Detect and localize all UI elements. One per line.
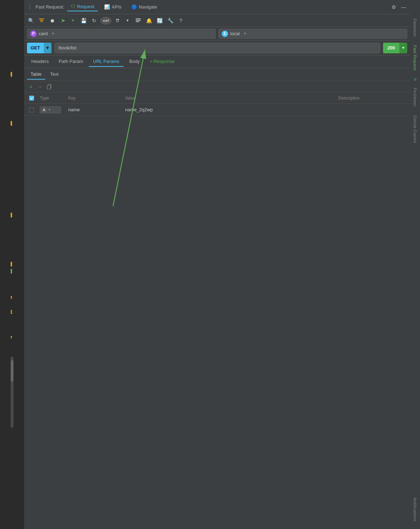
row-checkbox-cell[interactable] (27, 107, 38, 112)
row-value-cell[interactable]: name_2q2wp (123, 107, 336, 112)
gutter-mark (11, 213, 12, 218)
svg-rect-3 (41, 21, 43, 22)
status-dropdown-arrow[interactable]: ▼ (399, 43, 407, 53)
gutter-mark (11, 298, 12, 299)
type-letter: A (42, 107, 47, 112)
sidebar-item-database[interactable]: Database (411, 14, 419, 41)
select-all-checkbox[interactable] (29, 96, 34, 101)
header-check (27, 96, 38, 101)
send-button-group[interactable]: ➤ ▼ (58, 16, 77, 25)
header-key: Key (66, 96, 123, 101)
save-button[interactable]: 💾 (79, 16, 88, 25)
env-dropdown-arrow: ▼ (243, 32, 247, 36)
env-icon: E (222, 31, 228, 37)
sub-tab-table[interactable]: Table (27, 69, 45, 80)
row-type-cell[interactable]: A ▼ (38, 106, 66, 113)
copy-button[interactable] (45, 83, 53, 91)
sub-tab-text[interactable]: Text (47, 69, 62, 80)
svg-rect-1 (39, 18, 44, 19)
search-button[interactable]: 🔍 (26, 16, 36, 25)
project-icon: P (30, 31, 37, 37)
tab-apis[interactable]: 📊 APIs (101, 3, 125, 11)
gutter-mark (11, 121, 12, 126)
type-selector[interactable]: A ▼ (40, 106, 61, 113)
status-group: 200 ▼ (383, 43, 407, 53)
share-dropdown-arrow[interactable]: ▼ (123, 16, 132, 25)
format-button[interactable] (134, 16, 143, 25)
menu-dots[interactable]: ⋮ (27, 4, 33, 10)
env-name: local (230, 31, 240, 36)
refresh-button[interactable]: ↻ (90, 16, 99, 25)
header-type: Type (38, 96, 66, 101)
scrollbar-thumb[interactable] (11, 360, 14, 381)
request-icon: 🛡 (71, 4, 75, 9)
notification-button[interactable]: 🔔 (144, 16, 154, 25)
method-badge[interactable]: GET ▼ (27, 43, 52, 53)
share-button[interactable]: ⇈ (113, 16, 122, 25)
svg-rect-6 (136, 21, 139, 22)
table-header: Type Key Value Description (24, 92, 410, 104)
svg-rect-8 (47, 85, 50, 89)
toolbar: 🔍 ⏺ ➤ ▼ 💾 ↻ curl ⇈ ▼ (24, 14, 410, 27)
status-badge: 200 (383, 43, 399, 53)
method-text: GET (27, 45, 44, 50)
wrench-button[interactable]: 🔧 (166, 16, 175, 25)
remove-row-button[interactable]: − (36, 83, 44, 91)
project-selector[interactable]: P card ▼ (27, 29, 216, 39)
add-row-button[interactable]: + (27, 83, 35, 91)
sidebar-item-fast-request[interactable]: Fast Request (411, 41, 419, 75)
gutter-mark-grey (11, 337, 12, 338)
row-checkbox[interactable] (29, 107, 34, 112)
sub-tabs: Table Text (24, 68, 410, 81)
header-value: Value (123, 96, 336, 101)
gutter-mark (11, 72, 12, 77)
send-button[interactable]: ➤ (58, 16, 68, 25)
minimize-icon[interactable]: — (400, 4, 407, 11)
url-input[interactable] (54, 43, 381, 53)
tab-request[interactable]: 🛡 Request (67, 2, 98, 11)
sidebar-item-notifications[interactable]: Notifications (411, 493, 419, 525)
tab-headers[interactable]: Headers (27, 57, 53, 67)
project-name: card (39, 31, 48, 36)
content-area (24, 116, 410, 529)
sidebar-item-maven[interactable]: n (412, 75, 418, 84)
sidebar-item-psiviewer[interactable]: PsiViewer (411, 84, 419, 111)
curl-button[interactable]: curl (100, 17, 112, 25)
sync-button[interactable]: 🔄 (155, 16, 164, 25)
tab-body[interactable]: Body (125, 57, 144, 67)
help-button[interactable]: ? (176, 16, 185, 25)
table-row: A ▼ name name_2q2wp (24, 104, 410, 116)
tab-response[interactable]: > Response (145, 57, 179, 67)
tab-url-params[interactable]: URL Params (89, 57, 124, 67)
tab-path-param[interactable]: Path Param (54, 57, 87, 67)
env-selector[interactable]: E local ▼ (219, 29, 407, 39)
selector-row: P card ▼ E local ▼ (24, 27, 410, 41)
gutter-mark (11, 336, 12, 337)
scrollbar-track[interactable] (11, 357, 14, 428)
row-key-cell[interactable]: name (66, 107, 123, 112)
record-button[interactable]: ⏺ (48, 16, 57, 25)
top-bar: ⋮ Fast Request: 🛡 Request 📊 APIs 🔵 Navig… (24, 0, 410, 14)
method-row: GET ▼ 200 ▼ (24, 41, 410, 55)
header-description: Description (336, 96, 407, 101)
sidebar-item-github-copilot[interactable]: GitHub Copilot (411, 111, 419, 148)
action-row: + − (24, 81, 410, 92)
gutter-mark (11, 313, 12, 314)
tab-navigate[interactable]: 🔵 Navigate (128, 3, 161, 11)
send-dropdown-arrow[interactable]: ▼ (68, 16, 77, 25)
share-button-group[interactable]: ⇈ ▼ (113, 16, 132, 25)
apis-icon: 📊 (104, 4, 110, 10)
gutter-mark (11, 262, 12, 267)
gutter-mark (11, 311, 12, 312)
gutter-mark (11, 310, 12, 311)
main-tabs: Headers Path Param URL Params Body > Res… (24, 55, 410, 68)
method-dropdown-arrow[interactable]: ▼ (44, 43, 52, 53)
app-title: Fast Request: (36, 4, 64, 10)
filter-button[interactable] (37, 16, 46, 25)
navigate-icon: 🔵 (131, 4, 137, 10)
type-dropdown-arrow: ▼ (48, 108, 51, 112)
svg-rect-5 (136, 20, 141, 21)
gutter-mark-green (11, 269, 12, 274)
settings-icon[interactable]: ⚙ (390, 4, 397, 11)
main-panel: ⋮ Fast Request: 🛡 Request 📊 APIs 🔵 Navig… (24, 0, 410, 529)
